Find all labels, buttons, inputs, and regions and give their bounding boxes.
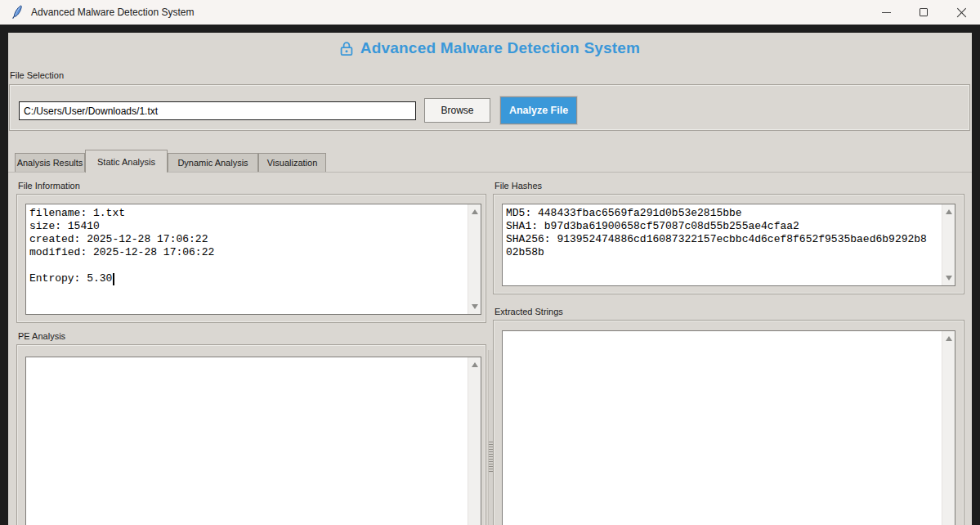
analyze-button-label: Analyze File [509, 105, 568, 116]
file-selection-label: File Selection [10, 70, 64, 80]
file-information-label: File Information [18, 181, 80, 191]
file-selection-group: Browse Analyze File [9, 84, 970, 131]
extracted-strings-group [493, 320, 964, 525]
analyze-file-button[interactable]: Analyze File [500, 96, 577, 124]
text-cursor [113, 273, 114, 285]
file-path-input[interactable] [19, 101, 416, 120]
window-title: Advanced Malware Detection System [31, 7, 194, 18]
file-information-textarea[interactable]: filename: 1.txt size: 15410 created: 202… [25, 204, 481, 315]
extracted-strings-text[interactable] [503, 331, 942, 525]
lock-icon [340, 41, 353, 56]
extracted-strings-scrollbar[interactable] [942, 331, 955, 525]
file-information-scrollbar[interactable] [468, 204, 481, 314]
pe-analysis-scrollbar[interactable] [468, 357, 481, 525]
minimize-icon [882, 12, 891, 13]
browse-button[interactable]: Browse [424, 98, 490, 123]
pe-analysis-text[interactable] [26, 357, 468, 525]
file-hashes-text[interactable]: MD5: 448433fbac6569fa291d0b53e2815bbe SH… [503, 204, 942, 285]
file-hashes-group: MD5: 448433fbac6569fa291d0b53e2815bbe SH… [493, 194, 964, 294]
app-header: Advanced Malware Detection System [8, 34, 972, 62]
scroll-down-icon[interactable] [946, 276, 952, 280]
scroll-up-icon[interactable] [472, 209, 478, 214]
maximize-icon [920, 8, 928, 16]
scroll-up-icon[interactable] [946, 209, 952, 214]
close-button[interactable] [942, 0, 980, 25]
pe-analysis-textarea[interactable] [25, 357, 481, 525]
file-hashes-label: File Hashes [494, 181, 542, 191]
file-information-text[interactable]: filename: 1.txt size: 15410 created: 202… [26, 204, 468, 314]
extracted-strings-textarea[interactable] [502, 330, 955, 525]
tab-label: Static Analysis [97, 157, 155, 167]
maximize-button[interactable] [905, 0, 942, 25]
close-icon [956, 7, 967, 18]
tab-analysis-results[interactable]: Analysis Results [15, 153, 85, 172]
browse-button-label: Browse [441, 105, 473, 116]
app-window-body: Advanced Malware Detection System File S… [8, 33, 972, 525]
file-hashes-textarea[interactable]: MD5: 448433fbac6569fa291d0b53e2815bbe SH… [502, 204, 955, 286]
feather-icon [11, 5, 24, 20]
tab-label: Dynamic Analysis [177, 158, 248, 168]
file-hashes-scrollbar[interactable] [942, 204, 955, 285]
page-title: Advanced Malware Detection System [360, 39, 640, 57]
scroll-up-icon[interactable] [472, 362, 478, 367]
tab-visualization[interactable]: Visualization [258, 153, 326, 172]
tab-label: Analysis Results [17, 158, 83, 168]
tab-static-analysis[interactable]: Static Analysis [85, 150, 168, 173]
extracted-strings-label: Extracted Strings [494, 307, 563, 316]
tab-dynamic-analysis[interactable]: Dynamic Analysis [168, 153, 258, 172]
pe-analysis-label: PE Analysis [18, 331, 65, 341]
minimize-button[interactable] [867, 0, 905, 25]
file-information-group: filename: 1.txt size: 15410 created: 202… [16, 194, 486, 323]
window-controls [867, 0, 980, 25]
tab-label: Visualization [267, 158, 318, 168]
window-titlebar: Advanced Malware Detection System [0, 0, 980, 25]
scroll-down-icon[interactable] [472, 304, 478, 309]
scroll-up-icon[interactable] [946, 336, 952, 341]
pe-analysis-group [16, 344, 486, 525]
